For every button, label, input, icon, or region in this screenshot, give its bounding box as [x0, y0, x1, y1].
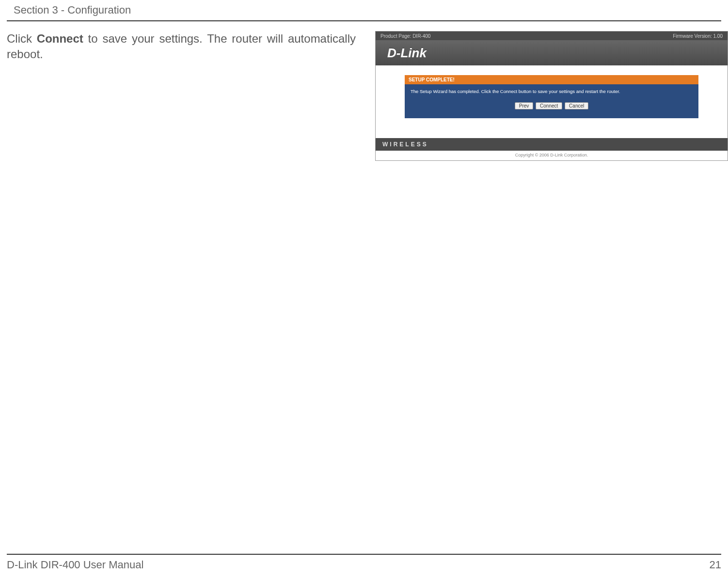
copyright-text: Copyright © 2006 D-Link Corporation. [376, 151, 728, 160]
prev-button[interactable]: Prev [515, 102, 534, 109]
section-label: Section 3 - Configuration [14, 4, 131, 16]
instruction-prefix: Click [7, 32, 37, 45]
product-page-label: Product Page: DIR-400 [380, 33, 430, 39]
cancel-button[interactable]: Cancel [565, 102, 588, 109]
panel-title: SETUP COMPLETE! [405, 75, 698, 84]
page-footer: D-Link DIR-400 User Manual 21 [7, 554, 721, 571]
instruction-bold: Connect [37, 32, 83, 45]
page-header: Section 3 - Configuration [7, 0, 721, 21]
bottom-bar: WIRELESS [376, 138, 728, 151]
button-row: Prev Connect Cancel [411, 102, 693, 109]
panel-message: The Setup Wizard has completed. Click th… [411, 88, 693, 94]
bottom-bar-text: WIRELESS [382, 141, 428, 148]
screenshot-top-bar: Product Page: DIR-400 Firmware Version: … [376, 31, 728, 40]
footer-page-number: 21 [710, 559, 721, 571]
footer-manual-name: D-Link DIR-400 User Manual [7, 559, 143, 571]
connect-button[interactable]: Connect [536, 102, 562, 109]
firmware-version-label: Firmware Version: 1.00 [673, 33, 723, 39]
content-area: Click Connect to save your settings. The… [0, 21, 728, 161]
instruction-paragraph: Click Connect to save your settings. The… [7, 31, 356, 161]
logo-bar: D-Link [376, 40, 728, 65]
dlink-logo: D-Link [387, 46, 427, 61]
main-panel-area: SETUP COMPLETE! The Setup Wizard has com… [376, 65, 728, 138]
router-screenshot: Product Page: DIR-400 Firmware Version: … [375, 31, 728, 161]
panel-body: The Setup Wizard has completed. Click th… [405, 84, 698, 118]
